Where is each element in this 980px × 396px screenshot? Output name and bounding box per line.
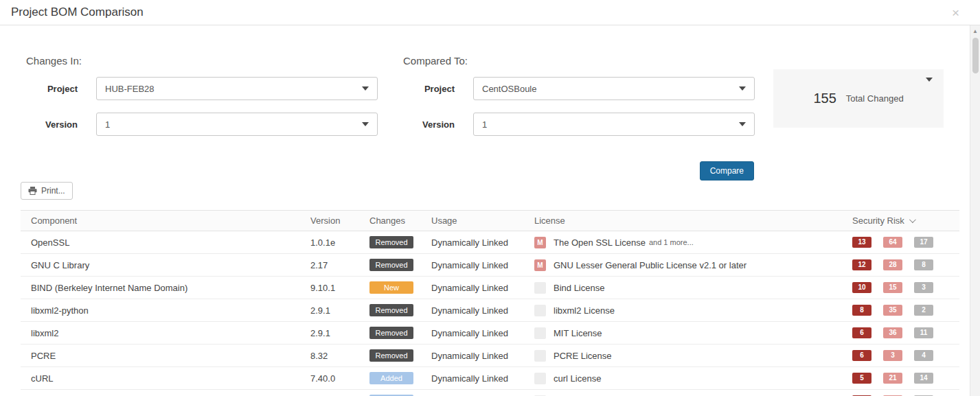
component-name[interactable]: cURL — [31, 373, 54, 384]
printer-icon — [28, 187, 37, 195]
table-row[interactable]: GNU C Library 2.17 Removed Dynamically L… — [21, 254, 959, 277]
component-version: 7.40.0 — [310, 373, 335, 384]
license-name[interactable]: GNU Lesser General Public License v2.1 o… — [554, 260, 747, 270]
risk-high-badge[interactable]: 6 — [852, 327, 871, 338]
risk-low-badge[interactable]: 8 — [914, 259, 933, 270]
risk-medium-badge[interactable]: 3 — [883, 350, 902, 361]
risk-medium-badge[interactable]: 15 — [883, 282, 902, 293]
license-name[interactable]: The Open SSL License — [554, 237, 646, 248]
component-name[interactable]: GNU C Library — [31, 260, 89, 270]
risk-high-badge[interactable]: 5 — [852, 373, 871, 384]
compared-to-version-select[interactable]: 1 — [473, 113, 755, 136]
compared-to-version-label: Version — [403, 119, 455, 130]
usage-value: Dynamically Linked — [431, 351, 508, 361]
compared-to-project-value: CentOSBoule — [482, 84, 537, 94]
table-row[interactable]: cURL 7.40.0 Added Dynamically Linked cur… — [21, 367, 959, 390]
usage-value: Dynamically Linked — [431, 283, 508, 293]
risk-medium-badge[interactable]: 64 — [883, 237, 902, 248]
risk-high-badge[interactable]: 13 — [852, 237, 871, 248]
change-badge: Removed — [369, 349, 413, 362]
component-version: 2.17 — [310, 260, 328, 270]
page-title: Project BOM Comparison — [11, 5, 144, 19]
chevron-down-icon — [739, 122, 746, 126]
total-changed-label: Total Changed — [846, 93, 904, 104]
compared-to-label: Compared To: — [403, 55, 755, 68]
risk-low-badge[interactable]: 2 — [914, 305, 933, 316]
component-version: 2.9.1 — [310, 305, 330, 316]
compared-to-version-value: 1 — [482, 119, 487, 130]
column-header-version: Version — [300, 216, 359, 226]
risk-high-badge[interactable]: 8 — [852, 305, 871, 316]
table-row[interactable]: BIND (Berkeley Internet Name Domain) 9.1… — [21, 277, 959, 299]
component-name[interactable]: PCRE — [31, 351, 56, 361]
risk-medium-badge[interactable]: 35 — [883, 305, 902, 316]
component-name[interactable]: libxml2 — [31, 328, 58, 338]
risk-low-badge[interactable]: 3 — [914, 282, 933, 293]
column-header-usage: Usage — [421, 216, 524, 226]
changes-in-project-label: Project — [26, 84, 78, 94]
changes-in-section: Changes In: Project HUB-FEB28 Version 1 — [26, 55, 378, 148]
vertical-scrollbar[interactable]: ▲ — [970, 25, 980, 396]
license-name[interactable]: MIT License — [554, 328, 602, 338]
component-version: 9.10.1 — [310, 283, 335, 293]
usage-value: Dynamically Linked — [431, 373, 508, 384]
license-name[interactable]: PCRE License — [554, 351, 612, 361]
change-badge: Removed — [369, 327, 413, 339]
component-name[interactable]: BIND (Berkeley Internet Name Domain) — [31, 283, 187, 293]
change-badge: Added — [369, 372, 413, 384]
changes-in-version-label: Version — [26, 119, 78, 130]
compared-to-project-select[interactable]: CentOSBoule — [473, 77, 755, 100]
risk-low-badge[interactable]: 17 — [914, 237, 933, 248]
scrollbar-thumb[interactable] — [972, 38, 979, 73]
usage-value: Dynamically Linked — [431, 305, 508, 316]
risk-high-badge[interactable]: 6 — [852, 350, 871, 361]
changes-in-project-select[interactable]: HUB-FEB28 — [96, 77, 378, 100]
compare-button[interactable]: Compare — [700, 161, 754, 180]
change-badge: Removed — [369, 259, 413, 271]
column-header-changes: Changes — [359, 216, 421, 226]
risk-medium-badge[interactable]: 36 — [883, 327, 902, 338]
changes-in-version-select[interactable]: 1 — [96, 113, 378, 136]
risk-low-badge[interactable]: 11 — [914, 327, 933, 338]
column-header-license: License — [524, 216, 847, 226]
print-button[interactable]: Print... — [21, 182, 73, 200]
chevron-down-icon — [362, 122, 369, 126]
license-risk-badge — [534, 305, 546, 316]
table-row[interactable]: libxml2-python 2.9.1 Removed Dynamically… — [21, 299, 959, 322]
component-name[interactable]: libxml2-python — [31, 305, 89, 316]
license-name[interactable]: Bind License — [554, 283, 604, 293]
title-bar: Project BOM Comparison × — [0, 0, 980, 25]
table-row[interactable]: PCRE 8.32 Removed Dynamically Linked PCR… — [21, 345, 959, 367]
component-name[interactable]: OpenSSL — [31, 237, 69, 248]
close-icon[interactable]: × — [952, 6, 959, 19]
risk-low-badge[interactable]: 4 — [914, 350, 933, 361]
total-changed-count: 155 — [813, 91, 836, 106]
license-risk-badge — [534, 327, 546, 339]
usage-value: Dynamically Linked — [431, 260, 508, 270]
risk-medium-badge[interactable]: 28 — [883, 259, 902, 270]
main-content: Changes In: Project HUB-FEB28 Version 1 … — [0, 25, 980, 396]
risk-high-badge[interactable]: 12 — [852, 259, 871, 270]
change-badge: Removed — [369, 304, 413, 316]
scroll-up-icon[interactable]: ▲ — [970, 25, 980, 36]
summary-dropdown-icon[interactable] — [926, 78, 933, 82]
license-name[interactable]: libxml2 License — [554, 305, 615, 316]
total-changed-panel: 155 Total Changed — [773, 69, 944, 128]
table-row[interactable]: OpenSSL 1.0.1e Removed Dynamically Linke… — [21, 231, 959, 254]
table-row[interactable]: cURL 7.15.3 Added Dynamically Linked cur… — [21, 390, 959, 396]
table-row[interactable]: libxml2 2.9.1 Removed Dynamically Linked… — [21, 322, 959, 345]
chevron-down-icon — [739, 86, 746, 91]
usage-value: Dynamically Linked — [431, 237, 508, 248]
usage-value: Dynamically Linked — [431, 328, 508, 338]
risk-low-badge[interactable]: 14 — [914, 373, 933, 384]
license-name[interactable]: curl License — [554, 373, 601, 384]
component-version: 1.0.1e — [310, 237, 335, 248]
changes-in-version-value: 1 — [105, 119, 110, 130]
risk-medium-badge[interactable]: 21 — [883, 373, 902, 384]
column-header-security-risk[interactable]: Security Risk — [847, 216, 959, 226]
risk-high-badge[interactable]: 10 — [852, 282, 871, 293]
license-more-label: and 1 more... — [649, 238, 694, 246]
compared-to-section: Compared To: Project CentOSBoule Version… — [403, 55, 755, 148]
comparison-form: Changes In: Project HUB-FEB28 Version 1 … — [26, 55, 980, 148]
change-badge: New — [369, 281, 413, 294]
